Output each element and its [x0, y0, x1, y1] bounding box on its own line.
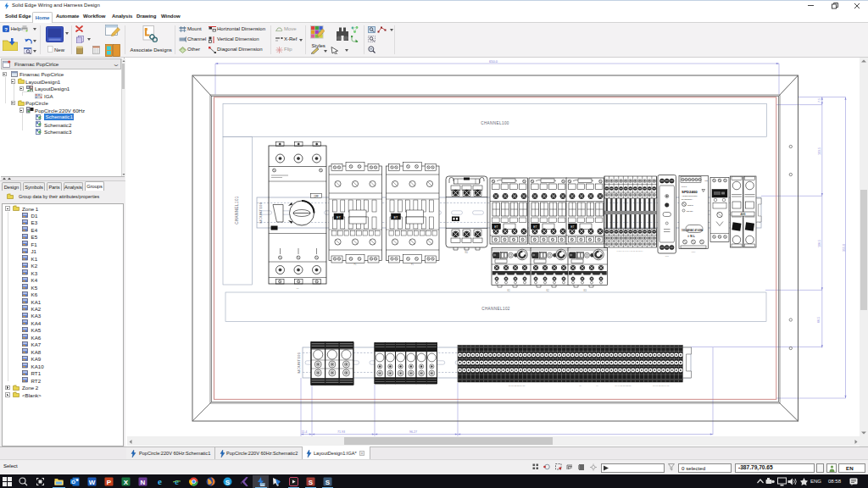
- svg-text:CHANNEL102: CHANNEL102: [481, 307, 510, 311]
- svg-text:M M M: M M M: [682, 186, 687, 187]
- svg-text:70 71 72 73 74 75: 70 71 72 73 74 75: [653, 385, 670, 387]
- svg-text:ABB: ABB: [740, 213, 745, 216]
- svg-text:K3: K3: [583, 289, 587, 292]
- svg-text:?: ?: [4, 27, 8, 32]
- svg-text:106.5: 106.5: [818, 240, 821, 247]
- svg-text:K0: K0: [465, 251, 468, 254]
- svg-text:PG: PG: [705, 180, 709, 182]
- svg-text:W: W: [89, 478, 96, 485]
- svg-text:ET: ET: [337, 215, 342, 219]
- svg-text:24VDC/2.5A: 24VDC/2.5A: [682, 198, 693, 201]
- svg-text:48 49 50 51 52 53: 48 49 50 51 52 53: [615, 385, 632, 387]
- svg-text:103.5: 103.5: [818, 147, 821, 155]
- svg-text:S: S: [225, 478, 231, 485]
- svg-text:MOUNT101: MOUNT101: [297, 352, 301, 373]
- svg-text:40: 40: [579, 385, 581, 387]
- svg-text:66.5: 66.5: [817, 317, 821, 323]
- svg-text:650.0: 650.0: [489, 59, 498, 64]
- svg-text:RT2: RT2: [665, 255, 670, 257]
- svg-text:K2: K2: [546, 289, 549, 292]
- svg-text:7.5: 7.5: [818, 98, 821, 103]
- svg-text:e: e: [158, 477, 162, 486]
- svg-text:N: N: [141, 478, 146, 485]
- svg-text:⏚ N L: ⏚ N L: [687, 235, 695, 238]
- svg-text:K1: K1: [507, 289, 510, 292]
- svg-text:11.4: 11.4: [302, 430, 308, 434]
- svg-text:Q1: Q1: [296, 287, 299, 290]
- svg-text:CHANNEL100: CHANNEL100: [481, 121, 509, 125]
- svg-text:S: S: [326, 478, 331, 485]
- svg-text:P: P: [107, 478, 112, 485]
- svg-text:355.0: 355.0: [843, 244, 846, 252]
- svg-text:PSU: PSU: [692, 251, 696, 252]
- svg-text:DC OK: DC OK: [687, 210, 693, 213]
- svg-text:96.27: 96.27: [409, 430, 417, 434]
- svg-text:AC/DC Converter: AC/DC Converter: [682, 195, 698, 197]
- svg-text:CHANNEL101: CHANNEL101: [235, 196, 239, 225]
- svg-text:100-240VAC 47-63Hz: 100-240VAC 47-63Hz: [682, 229, 704, 232]
- svg-text:MOUNT100: MOUNT100: [259, 202, 263, 223]
- svg-text:O: O: [71, 479, 75, 484]
- svg-text:44: 44: [596, 385, 598, 387]
- svg-text:X: X: [124, 478, 129, 485]
- svg-text:SPD2460: SPD2460: [682, 190, 698, 194]
- svg-text:20 21 22 23 24 25: 20 21 22 23 24 25: [509, 385, 526, 387]
- svg-text:71.93: 71.93: [337, 430, 345, 434]
- svg-text:OFF: OFF: [314, 195, 319, 198]
- svg-text:Test N: Test N: [687, 204, 693, 207]
- svg-text:S: S: [309, 478, 314, 485]
- svg-text:1 2 3 4 5 6 7 8 9 10 11 12 13: 1 2 3 4 5 6 7 8 9 10 11 12 13 14: [617, 250, 644, 252]
- svg-text:ET: ET: [393, 215, 398, 219]
